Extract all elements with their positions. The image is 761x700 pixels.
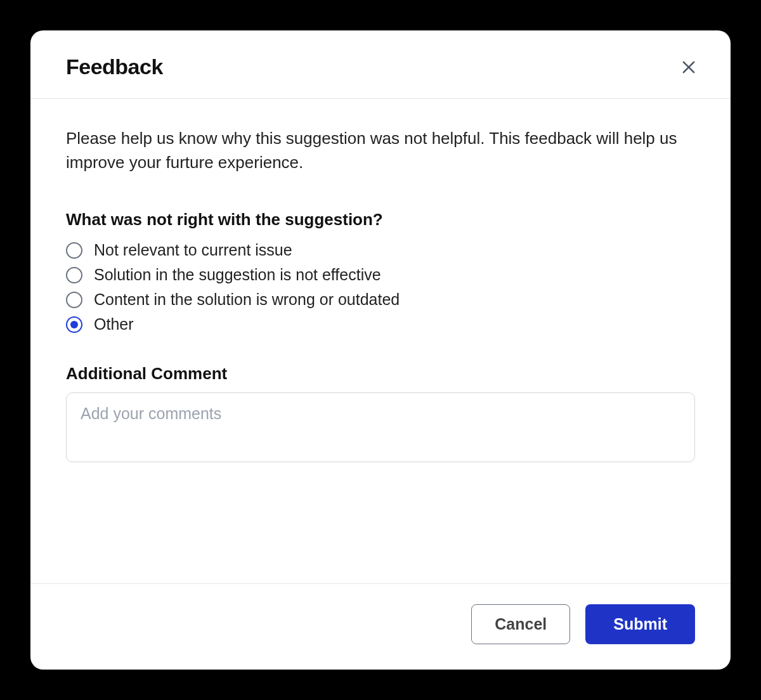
submit-button[interactable]: Submit <box>585 604 695 644</box>
radio-label: Other <box>94 315 134 334</box>
comment-label: Additional Comment <box>66 364 695 384</box>
modal-body: Please help us know why this suggestion … <box>30 99 731 583</box>
intro-text: Please help us know why this suggestion … <box>66 127 695 174</box>
radio-icon <box>66 242 82 259</box>
radio-icon <box>66 292 82 308</box>
radio-icon <box>66 267 82 283</box>
radio-option-not-effective[interactable]: Solution in the suggestion is not effect… <box>66 266 695 284</box>
radio-group: Not relevant to current issue Solution i… <box>66 241 695 334</box>
modal-footer: Cancel Submit <box>30 583 731 670</box>
comment-textarea[interactable] <box>66 392 695 462</box>
radio-label: Not relevant to current issue <box>94 241 292 259</box>
radio-option-wrong-outdated[interactable]: Content in the solution is wrong or outd… <box>66 290 695 309</box>
radio-label: Content in the solution is wrong or outd… <box>94 290 400 309</box>
radio-icon <box>66 316 82 333</box>
close-button[interactable] <box>677 56 700 79</box>
modal-header: Feedback <box>30 30 731 99</box>
radio-option-other[interactable]: Other <box>66 315 695 334</box>
feedback-modal: Feedback Please help us know why this su… <box>30 30 731 670</box>
question-label: What was not right with the suggestion? <box>66 210 695 230</box>
close-icon <box>680 58 698 76</box>
radio-option-not-relevant[interactable]: Not relevant to current issue <box>66 241 695 259</box>
modal-title: Feedback <box>66 55 163 79</box>
radio-label: Solution in the suggestion is not effect… <box>94 266 381 284</box>
cancel-button[interactable]: Cancel <box>471 604 570 644</box>
